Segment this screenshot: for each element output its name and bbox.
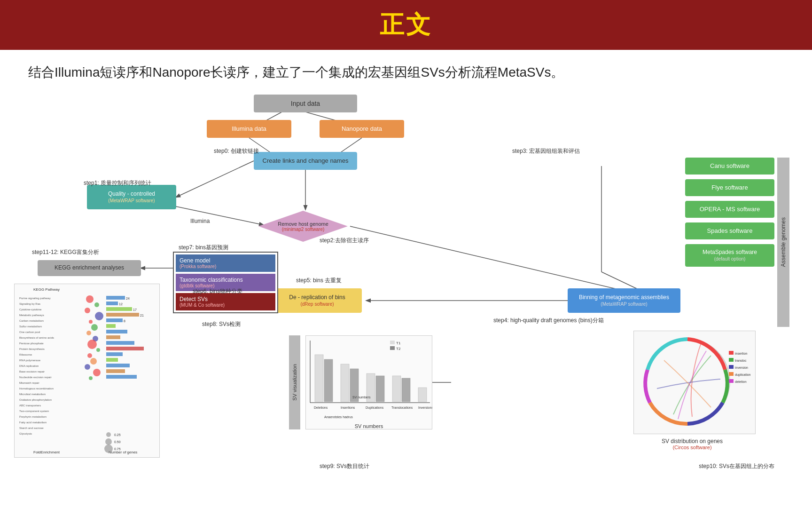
svg-point-50 [87, 353, 92, 358]
svg-text:Metabolic pathways: Metabolic pathways [19, 314, 44, 317]
svg-rect-55 [106, 296, 125, 300]
svg-text:One carbon pool: One carbon pool [19, 331, 40, 333]
svg-rect-85 [390, 346, 395, 350]
svg-rect-92 [376, 376, 384, 402]
svg-text:17: 17 [133, 308, 137, 311]
svg-rect-62 [106, 335, 120, 339]
step6-label: step6: bins物种分类 [193, 287, 242, 295]
svg-text:0.50: 0.50 [114, 440, 121, 444]
svg-text:insertion: insertion [735, 352, 748, 355]
svg-rect-95 [418, 388, 427, 402]
nanopore-data-box: Nanopore data [320, 120, 404, 138]
step7-label: step7: bins基因预测 [179, 244, 228, 252]
svg-rect-57 [106, 307, 132, 311]
svg-text:Microbial metabolism: Microbial metabolism [19, 393, 46, 396]
svg-text:Fatty acid metabolism: Fatty acid metabolism [19, 421, 47, 424]
svg-text:Pentose phosphate: Pentose phosphate [19, 342, 44, 345]
svg-rect-89 [341, 364, 349, 402]
svg-text:Biosynthesis of amino acids: Biosynthesis of amino acids [19, 336, 54, 339]
step0-label: step0: 创建软链接 [214, 147, 259, 155]
gene-model-box: Gene model (Prokka software) [176, 254, 275, 272]
svg-point-44 [89, 320, 93, 324]
svg-point-53 [93, 369, 101, 376]
svg-text:inversion: inversion [735, 366, 748, 369]
svg-rect-58 [106, 313, 139, 317]
svg-text:RNA polymerase: RNA polymerase [19, 359, 41, 362]
svg-rect-63 [106, 341, 134, 345]
quality-box: Quality - controlled (MetaWRAP software) [87, 185, 176, 209]
svg-text:12: 12 [119, 302, 123, 306]
svg-point-52 [85, 364, 90, 370]
svg-rect-64 [106, 347, 144, 350]
svg-text:Base excision repair: Base excision repair [19, 370, 45, 373]
svg-text:Porphyrin metabolism: Porphyrin metabolism [19, 415, 47, 418]
svg-point-49 [96, 348, 100, 352]
svg-text:T1: T1 [396, 341, 401, 345]
flye-box: Flye software [685, 179, 774, 196]
svg-point-51 [90, 358, 97, 365]
svg-text:Inversions: Inversions [418, 406, 432, 409]
svg-line-5 [176, 161, 254, 197]
step8-label: step8: SVs检测 [202, 320, 241, 328]
svg-text:Deletions: Deletions [314, 406, 328, 409]
circos-chart: insertion transloc inversion duplication… [633, 331, 756, 434]
svg-text:FoldEnrichment: FoldEnrichment [33, 450, 60, 454]
page-title: 正文 [0, 8, 812, 41]
svg-text:Ribosome: Ribosome [19, 353, 32, 356]
svg-text:Anaerotstes hadrus: Anaerotstes hadrus [324, 415, 353, 419]
svg-text:Starch and sucrose: Starch and sucrose [19, 427, 44, 429]
circos-svg: insertion transloc inversion duplication… [636, 332, 753, 433]
svg-text:Cytokine-cytokine: Cytokine-cytokine [19, 308, 42, 311]
steps-678-container: Gene model (Prokka software) Taxonomic c… [173, 252, 278, 313]
svg-point-48 [87, 340, 97, 349]
svg-rect-68 [106, 369, 125, 373]
sv-visualization-sidebar: SV visualization [289, 335, 300, 429]
svg-text:Insertions: Insertions [341, 406, 355, 409]
svg-text:21: 21 [140, 314, 144, 317]
page-header: 正文 [0, 0, 812, 50]
svg-point-42 [85, 308, 90, 313]
svg-text:Homologous recombination: Homologous recombination [19, 387, 54, 390]
svg-text:Purine signaling pathway: Purine signaling pathway [19, 297, 51, 300]
svg-text:Oxidative phosphorylation: Oxidative phosphorylation [19, 398, 52, 401]
svg-point-43 [95, 312, 103, 320]
svg-rect-110 [729, 365, 734, 369]
svg-rect-67 [106, 364, 130, 367]
svg-rect-88 [324, 359, 333, 402]
step4-label: step4: high-quality draft genomes (bins)… [493, 317, 604, 325]
svg-rect-69 [106, 375, 137, 379]
sv-distribution-label: SV distribution on genes (Circos softwar… [629, 438, 756, 450]
svg-rect-87 [315, 355, 323, 402]
svg-text:24: 24 [126, 297, 130, 300]
illumina-data-box: Illumina data [207, 120, 291, 138]
svg-rect-93 [392, 376, 401, 402]
svg-text:DNA replication: DNA replication [19, 365, 39, 367]
kegg-box: KEGG enrichment analyses [38, 260, 141, 276]
binning-box: Binning of metagenomic assemblies (MetaW… [568, 288, 680, 313]
svg-text:Duplications: Duplications [366, 406, 384, 410]
svg-text:Mismatch repair: Mismatch repair [19, 381, 39, 384]
opera-ms-box: OPERA - MS software [685, 201, 774, 218]
svg-text:SV numbers: SV numbers [352, 396, 371, 399]
create-links-box: Create links and change names [254, 152, 357, 170]
svg-text:Number of genes: Number of genes [109, 450, 137, 454]
svg-text:Two-component system: Two-component system [19, 410, 49, 413]
svg-line-7 [350, 226, 658, 299]
svg-rect-112 [729, 372, 734, 376]
step10-label: step10: SVs在基因组上的分布 [699, 462, 774, 470]
illumina-arrow-label: Illumina [190, 218, 210, 224]
svg-text:Sulfur metabolism: Sulfur metabolism [19, 325, 42, 328]
svg-point-46 [86, 331, 91, 335]
detect-svs-box: Detect SVs (MUM & Co software) [176, 293, 275, 310]
svg-text:0.25: 0.25 [114, 433, 121, 437]
svg-text:deletion: deletion [735, 380, 747, 383]
svg-point-77 [106, 432, 111, 437]
step1-label: step1: 质量控制和序列统计 [84, 179, 151, 187]
svg-text:KEGG Pathway: KEGG Pathway [33, 287, 60, 292]
svg-text:Protein biosynthesis: Protein biosynthesis [19, 348, 45, 350]
svg-rect-65 [106, 352, 123, 356]
svg-point-79 [104, 444, 113, 453]
kegg-chart: KEGG Pathway Purine signaling pathway Si… [14, 284, 160, 458]
svg-text:8: 8 [124, 319, 125, 323]
svg-text:T2: T2 [396, 347, 401, 351]
